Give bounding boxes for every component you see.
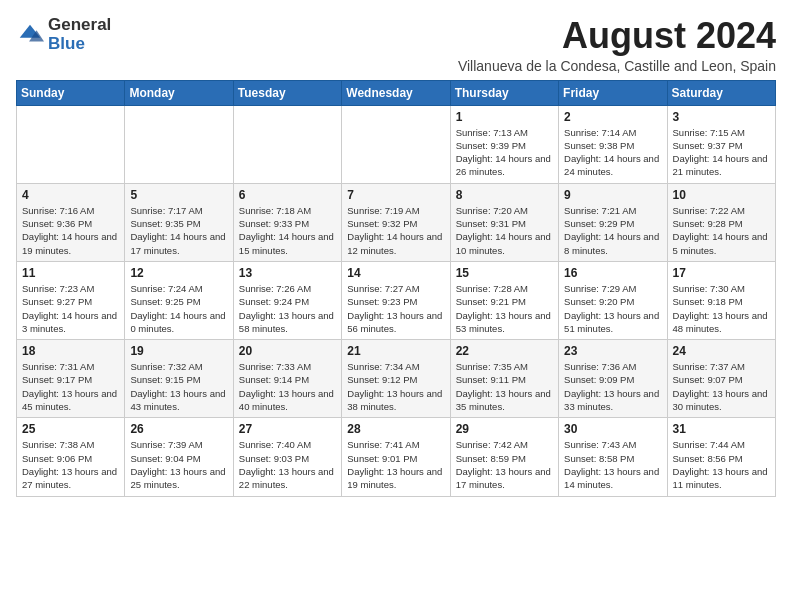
calendar-week-row: 25Sunrise: 7:38 AMSunset: 9:06 PMDayligh… [17, 418, 776, 496]
day-number: 26 [130, 422, 227, 436]
calendar-cell: 14Sunrise: 7:27 AMSunset: 9:23 PMDayligh… [342, 261, 450, 339]
logo-general-text: General [48, 16, 111, 35]
calendar-cell: 16Sunrise: 7:29 AMSunset: 9:20 PMDayligh… [559, 261, 667, 339]
day-info: Sunrise: 7:15 AMSunset: 9:37 PMDaylight:… [673, 126, 770, 179]
day-number: 16 [564, 266, 661, 280]
calendar-cell: 2Sunrise: 7:14 AMSunset: 9:38 PMDaylight… [559, 105, 667, 183]
calendar-cell: 31Sunrise: 7:44 AMSunset: 8:56 PMDayligh… [667, 418, 775, 496]
day-header-sunday: Sunday [17, 80, 125, 105]
calendar-cell: 24Sunrise: 7:37 AMSunset: 9:07 PMDayligh… [667, 340, 775, 418]
day-info: Sunrise: 7:34 AMSunset: 9:12 PMDaylight:… [347, 360, 444, 413]
day-header-wednesday: Wednesday [342, 80, 450, 105]
calendar-cell: 23Sunrise: 7:36 AMSunset: 9:09 PMDayligh… [559, 340, 667, 418]
day-info: Sunrise: 7:38 AMSunset: 9:06 PMDaylight:… [22, 438, 119, 491]
logo-icon [16, 21, 44, 49]
day-info: Sunrise: 7:36 AMSunset: 9:09 PMDaylight:… [564, 360, 661, 413]
day-info: Sunrise: 7:41 AMSunset: 9:01 PMDaylight:… [347, 438, 444, 491]
calendar-week-row: 18Sunrise: 7:31 AMSunset: 9:17 PMDayligh… [17, 340, 776, 418]
day-number: 6 [239, 188, 336, 202]
day-number: 31 [673, 422, 770, 436]
calendar-cell: 13Sunrise: 7:26 AMSunset: 9:24 PMDayligh… [233, 261, 341, 339]
day-number: 2 [564, 110, 661, 124]
day-number: 30 [564, 422, 661, 436]
day-info: Sunrise: 7:21 AMSunset: 9:29 PMDaylight:… [564, 204, 661, 257]
calendar-cell: 28Sunrise: 7:41 AMSunset: 9:01 PMDayligh… [342, 418, 450, 496]
calendar-cell: 25Sunrise: 7:38 AMSunset: 9:06 PMDayligh… [17, 418, 125, 496]
day-number: 19 [130, 344, 227, 358]
logo-blue-text: Blue [48, 35, 111, 54]
day-info: Sunrise: 7:23 AMSunset: 9:27 PMDaylight:… [22, 282, 119, 335]
header: General Blue August 2024 Villanueva de l… [16, 16, 776, 74]
day-info: Sunrise: 7:43 AMSunset: 8:58 PMDaylight:… [564, 438, 661, 491]
day-number: 13 [239, 266, 336, 280]
month-year-title: August 2024 [458, 16, 776, 56]
day-number: 24 [673, 344, 770, 358]
day-number: 22 [456, 344, 553, 358]
day-number: 27 [239, 422, 336, 436]
day-number: 25 [22, 422, 119, 436]
day-info: Sunrise: 7:19 AMSunset: 9:32 PMDaylight:… [347, 204, 444, 257]
calendar-cell: 3Sunrise: 7:15 AMSunset: 9:37 PMDaylight… [667, 105, 775, 183]
day-info: Sunrise: 7:16 AMSunset: 9:36 PMDaylight:… [22, 204, 119, 257]
day-number: 3 [673, 110, 770, 124]
day-number: 4 [22, 188, 119, 202]
day-header-saturday: Saturday [667, 80, 775, 105]
day-number: 15 [456, 266, 553, 280]
day-info: Sunrise: 7:30 AMSunset: 9:18 PMDaylight:… [673, 282, 770, 335]
logo: General Blue [16, 16, 111, 53]
day-number: 29 [456, 422, 553, 436]
day-info: Sunrise: 7:44 AMSunset: 8:56 PMDaylight:… [673, 438, 770, 491]
day-header-friday: Friday [559, 80, 667, 105]
day-info: Sunrise: 7:24 AMSunset: 9:25 PMDaylight:… [130, 282, 227, 335]
day-info: Sunrise: 7:27 AMSunset: 9:23 PMDaylight:… [347, 282, 444, 335]
calendar-cell: 12Sunrise: 7:24 AMSunset: 9:25 PMDayligh… [125, 261, 233, 339]
day-number: 20 [239, 344, 336, 358]
day-number: 7 [347, 188, 444, 202]
calendar-cell: 11Sunrise: 7:23 AMSunset: 9:27 PMDayligh… [17, 261, 125, 339]
day-info: Sunrise: 7:28 AMSunset: 9:21 PMDaylight:… [456, 282, 553, 335]
day-number: 5 [130, 188, 227, 202]
day-info: Sunrise: 7:22 AMSunset: 9:28 PMDaylight:… [673, 204, 770, 257]
calendar-cell: 22Sunrise: 7:35 AMSunset: 9:11 PMDayligh… [450, 340, 558, 418]
day-info: Sunrise: 7:40 AMSunset: 9:03 PMDaylight:… [239, 438, 336, 491]
calendar-cell: 27Sunrise: 7:40 AMSunset: 9:03 PMDayligh… [233, 418, 341, 496]
calendar-cell: 30Sunrise: 7:43 AMSunset: 8:58 PMDayligh… [559, 418, 667, 496]
calendar-cell: 6Sunrise: 7:18 AMSunset: 9:33 PMDaylight… [233, 183, 341, 261]
logo-text: General Blue [48, 16, 111, 53]
calendar-cell [125, 105, 233, 183]
day-info: Sunrise: 7:29 AMSunset: 9:20 PMDaylight:… [564, 282, 661, 335]
day-info: Sunrise: 7:26 AMSunset: 9:24 PMDaylight:… [239, 282, 336, 335]
calendar-cell: 1Sunrise: 7:13 AMSunset: 9:39 PMDaylight… [450, 105, 558, 183]
day-number: 28 [347, 422, 444, 436]
calendar-cell: 15Sunrise: 7:28 AMSunset: 9:21 PMDayligh… [450, 261, 558, 339]
day-number: 21 [347, 344, 444, 358]
day-info: Sunrise: 7:33 AMSunset: 9:14 PMDaylight:… [239, 360, 336, 413]
calendar-cell [342, 105, 450, 183]
calendar-cell: 21Sunrise: 7:34 AMSunset: 9:12 PMDayligh… [342, 340, 450, 418]
calendar-cell: 20Sunrise: 7:33 AMSunset: 9:14 PMDayligh… [233, 340, 341, 418]
calendar-cell: 18Sunrise: 7:31 AMSunset: 9:17 PMDayligh… [17, 340, 125, 418]
day-header-tuesday: Tuesday [233, 80, 341, 105]
day-info: Sunrise: 7:31 AMSunset: 9:17 PMDaylight:… [22, 360, 119, 413]
location-subtitle: Villanueva de la Condesa, Castille and L… [458, 58, 776, 74]
calendar-header-row: SundayMondayTuesdayWednesdayThursdayFrid… [17, 80, 776, 105]
calendar-cell: 8Sunrise: 7:20 AMSunset: 9:31 PMDaylight… [450, 183, 558, 261]
day-header-monday: Monday [125, 80, 233, 105]
day-number: 23 [564, 344, 661, 358]
day-number: 11 [22, 266, 119, 280]
day-number: 10 [673, 188, 770, 202]
calendar-cell: 17Sunrise: 7:30 AMSunset: 9:18 PMDayligh… [667, 261, 775, 339]
calendar-cell: 26Sunrise: 7:39 AMSunset: 9:04 PMDayligh… [125, 418, 233, 496]
day-number: 1 [456, 110, 553, 124]
day-number: 8 [456, 188, 553, 202]
calendar-week-row: 11Sunrise: 7:23 AMSunset: 9:27 PMDayligh… [17, 261, 776, 339]
calendar-week-row: 1Sunrise: 7:13 AMSunset: 9:39 PMDaylight… [17, 105, 776, 183]
title-block: August 2024 Villanueva de la Condesa, Ca… [458, 16, 776, 74]
day-info: Sunrise: 7:20 AMSunset: 9:31 PMDaylight:… [456, 204, 553, 257]
calendar-cell [233, 105, 341, 183]
calendar-cell: 9Sunrise: 7:21 AMSunset: 9:29 PMDaylight… [559, 183, 667, 261]
calendar-cell: 19Sunrise: 7:32 AMSunset: 9:15 PMDayligh… [125, 340, 233, 418]
day-number: 12 [130, 266, 227, 280]
day-info: Sunrise: 7:39 AMSunset: 9:04 PMDaylight:… [130, 438, 227, 491]
day-info: Sunrise: 7:42 AMSunset: 8:59 PMDaylight:… [456, 438, 553, 491]
